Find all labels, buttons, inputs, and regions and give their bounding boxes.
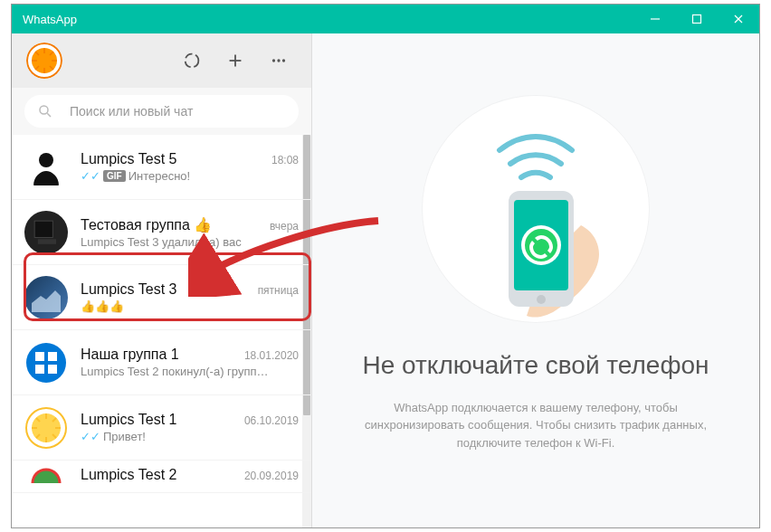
svg-point-20 bbox=[40, 106, 48, 114]
search-input[interactable] bbox=[70, 104, 286, 119]
main-title: Не отключайте свой телефон bbox=[363, 348, 709, 383]
svg-point-17 bbox=[272, 59, 275, 62]
chat-name: Тестовая группа 👍 bbox=[81, 216, 212, 233]
maximize-button[interactable] bbox=[676, 5, 718, 33]
svg-rect-26 bbox=[35, 352, 44, 361]
main-pane: Не отключайте свой телефон WhatsApp подк… bbox=[312, 33, 759, 527]
chat-item[interactable]: Lumpics Test 518:08 ✓✓GIFИнтересно! bbox=[12, 135, 311, 200]
user-avatar[interactable] bbox=[26, 43, 62, 79]
chat-name: Lumpics Test 2 bbox=[81, 467, 176, 483]
chat-item[interactable]: Lumpics Test 3пятница 👍👍👍 bbox=[12, 265, 311, 330]
chat-time: пятница bbox=[258, 284, 299, 297]
svg-point-14 bbox=[186, 54, 199, 68]
search-icon bbox=[37, 103, 53, 119]
menu-icon[interactable] bbox=[268, 50, 290, 71]
chat-name: Lumpics Test 5 bbox=[81, 151, 176, 167]
chat-name: Наша группа 1 bbox=[81, 347, 179, 363]
close-button[interactable] bbox=[718, 5, 759, 33]
chat-time: 20.09.2019 bbox=[244, 470, 299, 482]
avatar bbox=[24, 406, 68, 450]
search-input-wrap[interactable] bbox=[24, 95, 299, 128]
chat-preview: 👍👍👍 bbox=[81, 299, 299, 313]
svg-rect-28 bbox=[35, 365, 44, 374]
svg-rect-23 bbox=[34, 221, 52, 237]
chat-time: 06.10.2019 bbox=[244, 414, 299, 427]
avatar bbox=[24, 467, 68, 483]
chat-item[interactable]: Lumpics Test 220.09.2019 bbox=[12, 461, 311, 493]
chat-name: Lumpics Test 3 bbox=[81, 281, 176, 298]
svg-point-18 bbox=[277, 59, 280, 62]
main-subtitle: WhatsApp подключается к вашему телефону,… bbox=[348, 399, 723, 452]
gif-badge: GIF bbox=[103, 170, 126, 182]
connection-illustration bbox=[418, 91, 653, 327]
avatar bbox=[24, 341, 68, 385]
chat-preview: ✓✓Привет! bbox=[81, 430, 299, 443]
chat-item[interactable]: Lumpics Test 106.10.2019 ✓✓Привет! bbox=[12, 395, 311, 461]
svg-rect-29 bbox=[48, 365, 57, 374]
chat-time: вчера bbox=[270, 220, 299, 233]
chat-time: 18:08 bbox=[271, 154, 299, 166]
chat-item[interactable]: Наша группа 118.01.2020 Lumpics Test 2 п… bbox=[12, 330, 311, 395]
minimize-button[interactable] bbox=[634, 5, 676, 33]
svg-line-21 bbox=[47, 113, 51, 117]
chat-list: Lumpics Test 518:08 ✓✓GIFИнтересно! Тест… bbox=[12, 135, 311, 527]
chat-name: Lumpics Test 1 bbox=[81, 412, 176, 428]
avatar bbox=[24, 276, 68, 319]
window-title: WhatsApp bbox=[23, 13, 77, 26]
chat-item[interactable]: Тестовая группа 👍вчера Lumpics Test 3 уд… bbox=[12, 200, 311, 265]
read-checks-icon: ✓✓ bbox=[81, 430, 100, 443]
svg-rect-27 bbox=[48, 352, 57, 361]
svg-point-25 bbox=[26, 343, 66, 383]
new-chat-icon[interactable] bbox=[224, 50, 246, 71]
avatar bbox=[24, 146, 68, 189]
sidebar-header bbox=[12, 33, 311, 88]
chat-time: 18.01.2020 bbox=[244, 349, 299, 362]
sidebar: Lumpics Test 518:08 ✓✓GIFИнтересно! Тест… bbox=[12, 33, 312, 527]
svg-point-22 bbox=[39, 153, 53, 167]
chat-preview: Lumpics Test 2 покинул(-а) групп… bbox=[81, 365, 299, 378]
avatar bbox=[24, 211, 68, 254]
svg-rect-1 bbox=[693, 15, 701, 24]
read-checks-icon: ✓✓ bbox=[81, 169, 100, 183]
chat-preview: Lumpics Test 3 удалил(-а) вас bbox=[81, 235, 299, 249]
status-icon[interactable] bbox=[181, 50, 203, 71]
svg-point-19 bbox=[282, 59, 285, 62]
svg-rect-24 bbox=[38, 239, 56, 244]
titlebar: WhatsApp bbox=[12, 5, 759, 33]
chat-preview: ✓✓GIFИнтересно! bbox=[81, 169, 299, 183]
svg-point-43 bbox=[537, 295, 546, 304]
